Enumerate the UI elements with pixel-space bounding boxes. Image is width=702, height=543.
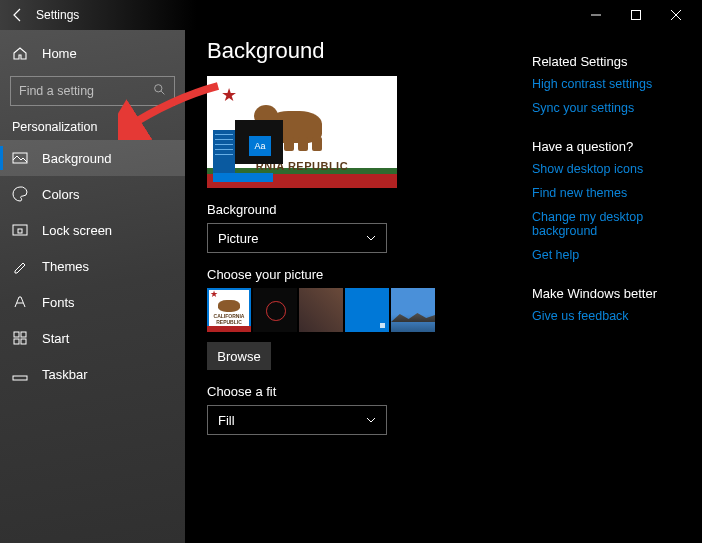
- page-title: Background: [207, 38, 510, 64]
- sidebar-item-label: Lock screen: [42, 223, 112, 238]
- search-input[interactable]: Find a setting: [10, 76, 175, 106]
- sidebar-item-lockscreen[interactable]: Lock screen: [0, 212, 185, 248]
- sidebar-item-label: Fonts: [42, 295, 75, 310]
- link-find-themes[interactable]: Find new themes: [532, 186, 690, 200]
- themes-icon: [12, 258, 28, 274]
- background-icon: [12, 150, 28, 166]
- background-select-value: Picture: [218, 231, 258, 246]
- window-title: Settings: [36, 8, 79, 22]
- picture-thumb-4[interactable]: [391, 288, 435, 332]
- sidebar-item-themes[interactable]: Themes: [0, 248, 185, 284]
- background-preview: ★ RNIA REPUBLIC Aa: [207, 76, 397, 188]
- lock-screen-icon: [12, 222, 28, 238]
- preview-tile-label: Aa: [249, 136, 271, 156]
- background-select[interactable]: Picture: [207, 223, 387, 253]
- sidebar-item-label: Colors: [42, 187, 80, 202]
- svg-rect-0: [632, 11, 641, 20]
- fit-select-value: Fill: [218, 413, 235, 428]
- browse-button[interactable]: Browse: [207, 342, 271, 370]
- svg-rect-9: [13, 376, 27, 380]
- sidebar-item-fonts[interactable]: Fonts: [0, 284, 185, 320]
- svg-rect-5: [14, 332, 19, 337]
- sidebar-item-label: Background: [42, 151, 111, 166]
- search-placeholder: Find a setting: [19, 84, 94, 98]
- sidebar-item-start[interactable]: Start: [0, 320, 185, 356]
- sidebar-item-label: Taskbar: [42, 367, 88, 382]
- picture-thumb-3[interactable]: [345, 288, 389, 332]
- colors-icon: [12, 186, 28, 202]
- taskbar-icon: [12, 366, 28, 382]
- settings-window: Settings Home Find a setting Personal: [0, 0, 702, 543]
- sidebar-home[interactable]: Home: [0, 36, 185, 70]
- link-desktop-icons[interactable]: Show desktop icons: [532, 162, 690, 176]
- titlebar: Settings: [0, 0, 702, 30]
- link-change-bg[interactable]: Change my desktop background: [532, 210, 690, 238]
- svg-rect-7: [14, 339, 19, 344]
- better-heading: Make Windows better: [532, 286, 690, 301]
- link-high-contrast[interactable]: High contrast settings: [532, 77, 690, 91]
- background-label: Background: [207, 202, 510, 217]
- link-get-help[interactable]: Get help: [532, 248, 690, 262]
- fonts-icon: [12, 294, 28, 310]
- right-panel: Related Settings High contrast settings …: [532, 30, 702, 543]
- sidebar: Home Find a setting Personalization Back…: [0, 30, 185, 543]
- sidebar-item-colors[interactable]: Colors: [0, 176, 185, 212]
- sidebar-item-label: Start: [42, 331, 69, 346]
- svg-rect-8: [21, 339, 26, 344]
- start-icon: [12, 330, 28, 346]
- search-icon: [153, 83, 166, 99]
- sidebar-item-background[interactable]: Background: [0, 140, 185, 176]
- thumbnail-row: CALIFORNIA REPUBLIC: [207, 288, 510, 332]
- fit-label: Choose a fit: [207, 384, 510, 399]
- maximize-button[interactable]: [616, 0, 656, 30]
- svg-rect-4: [18, 229, 22, 233]
- link-sync-settings[interactable]: Sync your settings: [532, 101, 690, 115]
- section-label: Personalization: [0, 114, 185, 140]
- picture-thumb-2[interactable]: [299, 288, 343, 332]
- svg-rect-6: [21, 332, 26, 337]
- link-feedback[interactable]: Give us feedback: [532, 309, 690, 323]
- minimize-button[interactable]: [576, 0, 616, 30]
- choose-picture-label: Choose your picture: [207, 267, 510, 282]
- content: Background ★ RNIA REPUBLIC: [185, 30, 532, 543]
- close-button[interactable]: [656, 0, 696, 30]
- chevron-down-icon: [366, 413, 376, 428]
- mini-window-overlay: Aa: [213, 120, 291, 182]
- home-icon: [12, 45, 28, 61]
- question-heading: Have a question?: [532, 139, 690, 154]
- star-icon: ★: [221, 84, 237, 106]
- back-icon[interactable]: [10, 7, 26, 23]
- chevron-down-icon: [366, 231, 376, 246]
- related-heading: Related Settings: [532, 54, 690, 69]
- picture-thumb-0[interactable]: CALIFORNIA REPUBLIC: [207, 288, 251, 332]
- sidebar-item-taskbar[interactable]: Taskbar: [0, 356, 185, 392]
- sidebar-home-label: Home: [42, 46, 77, 61]
- svg-point-1: [155, 85, 162, 92]
- sidebar-item-label: Themes: [42, 259, 89, 274]
- fit-select[interactable]: Fill: [207, 405, 387, 435]
- picture-thumb-1[interactable]: [253, 288, 297, 332]
